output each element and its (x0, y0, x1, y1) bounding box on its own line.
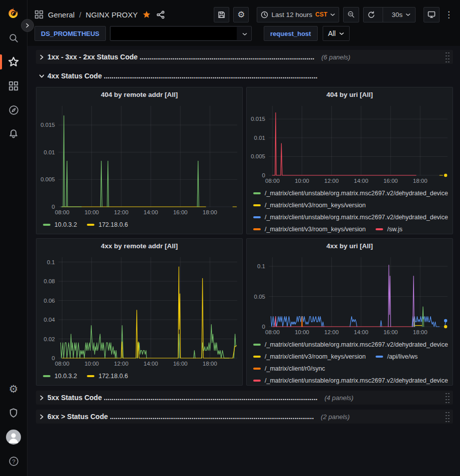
datasource-select[interactable] (110, 26, 252, 41)
legend-item[interactable]: /_matrix/client/v3/room_keys/version (253, 351, 366, 363)
panel-title[interactable]: 4xx by uri [All] (247, 239, 453, 253)
svg-text:18:00: 18:00 (413, 178, 428, 184)
bell-icon (8, 129, 18, 139)
sidebar-item-starred[interactable] (0, 50, 27, 74)
legend-item[interactable]: /_matrix/client/unstable/org.matrix.msc2… (253, 375, 448, 386)
legend-item[interactable]: 172.18.0.6 (87, 370, 128, 382)
legend: /_matrix/client/unstable/org.matrix.msc2… (247, 337, 453, 386)
legend-item[interactable]: /api/live/ws (376, 351, 418, 363)
refresh-icon (368, 11, 375, 18)
dashboard-row-header[interactable]: 1xx - 3xx - 2xx Status Code ............… (36, 50, 453, 64)
svg-text:08:00: 08:00 (265, 329, 280, 335)
sidebar-item-explore[interactable] (0, 98, 27, 122)
chart-plot-area[interactable]: 08:0010:0012:0014:0016:0018:0000.050.1 (247, 253, 453, 337)
chart-plot-area[interactable]: 08:0010:0012:0014:0016:0018:0000.020.040… (36, 253, 242, 369)
monitor-icon (428, 10, 436, 18)
row-drag-handle[interactable] (445, 411, 450, 423)
legend-item[interactable]: 10.0.3.2 (43, 219, 77, 231)
sidebar-item-profile[interactable] (0, 425, 27, 449)
legend: 10.0.3.2172.18.0.6 (36, 217, 242, 234)
legend-swatch (253, 192, 261, 194)
legend-item[interactable]: /_matrix/client/r0/sync (253, 363, 325, 375)
time-range-picker[interactable]: Last 12 hours CST (257, 7, 339, 22)
legend-label: /sw.js (387, 223, 403, 234)
legend: /_matrix/client/unstable/org.matrix.msc2… (247, 186, 453, 234)
legend-label: 10.0.3.2 (54, 219, 77, 231)
dashboard-settings-button[interactable]: ⚙ (233, 7, 249, 22)
zoom-out-time-button[interactable] (343, 7, 359, 22)
dashboard-canvas: 1xx - 3xx - 2xx Status Code ............… (27, 46, 460, 476)
chart-plot-area[interactable]: 08:0010:0012:0014:0016:0018:0000.0050.01… (36, 102, 242, 217)
sidebar-expand-button[interactable] (21, 19, 34, 32)
svg-text:0: 0 (52, 355, 55, 361)
dashboard-row-header[interactable]: 6xx > Status Code ......................… (36, 410, 453, 424)
svg-text:0: 0 (52, 204, 55, 210)
legend-swatch (87, 224, 94, 226)
save-icon (218, 11, 225, 18)
cycle-view-mode-button[interactable] (424, 7, 440, 22)
svg-text:?: ? (12, 458, 15, 464)
legend-swatch (43, 224, 50, 226)
dashboard-row-header[interactable]: 5xx Status Code ........................… (36, 391, 453, 405)
legend-swatch (253, 204, 261, 206)
legend-item[interactable]: /sw.js (376, 223, 403, 234)
row-drag-handle[interactable] (445, 392, 450, 404)
panel: 404 by remote addr [All]08:0010:0012:001… (36, 87, 243, 234)
svg-text:10:00: 10:00 (84, 361, 99, 367)
sidebar-item-dashboards[interactable] (0, 74, 27, 98)
breadcrumb-section[interactable]: General (48, 10, 74, 19)
shield-icon (8, 408, 18, 418)
sidebar-item-server-admin[interactable] (0, 401, 27, 425)
svg-text:0.01: 0.01 (254, 135, 265, 141)
legend-item[interactable]: /_matrix/client/unstable/org.matrix.msc2… (253, 339, 448, 351)
svg-text:0.06: 0.06 (44, 298, 55, 304)
share-icon[interactable] (156, 10, 165, 19)
dashboard-row-header[interactable]: 4xx Status Code ........................… (36, 69, 453, 83)
svg-text:12:00: 12:00 (114, 361, 128, 367)
time-range-label: Last 12 hours (271, 11, 312, 18)
row-drag-handle[interactable] (445, 51, 450, 63)
svg-text:0.015: 0.015 (40, 122, 55, 128)
kebab-menu-button[interactable]: ⋮ (444, 7, 454, 22)
legend-item[interactable]: /_matrix/client/v3/room_keys/version (253, 223, 366, 234)
row-panel-count: (2 panels) (321, 413, 350, 421)
legend-item[interactable]: /_matrix/client/unstable/org.matrix.msc2… (253, 211, 448, 223)
top-navbar: General / NGINX PROXY ⚙ Last 12 hou (27, 0, 460, 46)
sidebar-item-help[interactable]: ? (0, 449, 27, 473)
legend-item[interactable]: /_matrix/client/unstable/org.matrix.msc2… (253, 187, 448, 199)
row-title: 5xx Status Code ........................… (47, 394, 318, 402)
legend-swatch (87, 375, 94, 377)
refresh-interval-dropdown[interactable]: 30s (387, 11, 415, 18)
legend-item[interactable]: 172.18.0.6 (87, 219, 128, 231)
gear-icon: ⚙ (237, 10, 245, 19)
refresh-interval-label: 30s (392, 11, 403, 18)
legend-swatch (253, 228, 261, 230)
legend-label: /_matrix/client/unstable/org.matrix.msc2… (265, 375, 448, 386)
save-dashboard-button[interactable] (214, 7, 229, 22)
legend-label: /_matrix/client/v3/room_keys/version (265, 199, 366, 211)
row-panel-count: (6 panels) (321, 53, 350, 61)
sidebar-item-configuration[interactable]: ⚙ (0, 377, 27, 401)
legend-swatch (253, 344, 261, 346)
row-panel-count: (4 panels) (325, 394, 354, 402)
chart-plot-area[interactable]: 08:0010:0012:0014:0016:0018:0000.0050.01… (247, 102, 453, 186)
panel-title[interactable]: 404 by remote addr [All] (36, 87, 242, 102)
svg-text:16:00: 16:00 (173, 361, 188, 367)
legend-item[interactable]: 10.0.3.2 (43, 370, 77, 382)
sidebar-item-alerting[interactable] (0, 122, 27, 146)
legend-label: /_matrix/client/r0/sync (265, 363, 325, 375)
search-icon (8, 33, 19, 43)
legend-label: /_matrix/client/unstable/org.matrix.msc2… (265, 339, 448, 351)
favorite-star-icon[interactable] (142, 10, 151, 19)
legend-item[interactable]: /_matrix/client/v3/room_keys/version (253, 199, 366, 211)
variable-label-request-host: request_host (264, 26, 318, 41)
panel-title[interactable]: 4xx by remote addr [All] (36, 239, 242, 253)
legend-label: 172.18.0.6 (98, 370, 128, 382)
svg-text:0.08: 0.08 (44, 278, 55, 284)
refresh-button[interactable] (364, 7, 379, 22)
request-host-select[interactable]: All (323, 26, 350, 41)
legend: 10.0.3.2172.18.0.6 (36, 369, 242, 385)
legend-label: /_matrix/client/v3/room_keys/version (265, 223, 366, 234)
panel-title[interactable]: 404 by uri [All] (247, 87, 453, 102)
chevron-down-icon (39, 73, 44, 79)
